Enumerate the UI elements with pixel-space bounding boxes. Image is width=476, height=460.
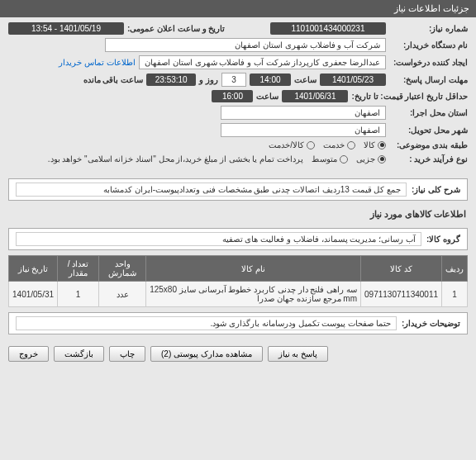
category-radio-group: کالا خدمت کالا/خدمت: [269, 140, 386, 149]
cell-date: 1401/05/31: [9, 282, 58, 307]
summary-section: شرح کلی نیاز: جمع کل قیمت 13ردیف اتصالات…: [8, 178, 468, 201]
th-code: کد کالا: [361, 256, 442, 282]
radio-both[interactable]: کالا/خدمت: [269, 140, 315, 149]
radio-service-label: خدمت: [323, 140, 345, 149]
buyer-value: شرکت آب و فاضلاب شهری استان اصفهان: [105, 38, 386, 52]
need-no-label: شماره نیاز:: [389, 24, 468, 33]
goods-group-value: آب رسانی؛ مدیریت پسماند، فاضلاب و فعالیت…: [16, 232, 421, 246]
radio-service[interactable]: خدمت: [323, 140, 355, 149]
header-title: جزئیات اطلاعات نیاز: [394, 3, 469, 13]
radio-partial-label: جزیی: [356, 154, 375, 164]
radio-medium[interactable]: متوسط: [312, 154, 348, 164]
table-header-row: ردیف کد کالا نام کالا واحد شمارش تعداد /…: [9, 256, 468, 282]
buyer-notes-label: توضیحات خریدار:: [402, 319, 460, 328]
radio-partial[interactable]: جزیی: [356, 154, 386, 164]
category-label: طبقه بندی موضوعی:: [389, 140, 468, 149]
back-button[interactable]: بازگشت: [54, 346, 104, 362]
deadline-time: 14:00: [250, 74, 291, 86]
remain-suffix: ساعت باقی مانده: [83, 75, 144, 84]
radio-goods-label: کالا: [364, 140, 375, 149]
goods-section-title: اطلاعات کالاهای مورد نیاز: [0, 206, 476, 223]
validity-time: 16:00: [212, 90, 253, 102]
print-button[interactable]: چاپ: [109, 346, 145, 362]
buyer-label: نام دستگاه خریدار:: [389, 40, 468, 50]
goods-group-label: گروه کالا:: [426, 235, 460, 244]
form-area: شماره نیاز: 1101001434000231 تاریخ و ساع…: [0, 17, 476, 173]
radio-dot-icon: [378, 141, 386, 149]
announce-value: 1401/05/19 - 13:54: [8, 22, 124, 35]
attachments-button[interactable]: مشاهده مدارک پیوستی (2): [150, 346, 263, 362]
cell-name: سه راهی فلنج دار چدنی کاربرد خطوط آبرسان…: [146, 282, 361, 307]
hour-label-2: ساعت: [256, 92, 278, 101]
remain-time: 23:53:10: [146, 74, 196, 86]
cell-unit: عدد: [99, 282, 146, 307]
goods-table: ردیف کد کالا نام کالا واحد شمارش تعداد /…: [8, 255, 468, 307]
validity-date: 1401/06/31: [282, 90, 348, 102]
th-unit: واحد شمارش: [99, 256, 146, 282]
goods-group-section: گروه کالا: آب رسانی؛ مدیریت پسماند، فاضل…: [8, 228, 468, 250]
hour-label-1: ساعت: [294, 75, 317, 84]
buy-note: پرداخت تمام یا بخشی از مبلغ خرید،از محل …: [43, 153, 308, 165]
summary-label: شرح کلی نیاز:: [412, 185, 460, 194]
table-row[interactable]: 1 0971130711340011 سه راهی فلنج دار چدنی…: [9, 282, 468, 307]
validity-label: حداقل تاریخ اعتبار قیمت: تا تاریخ:: [351, 92, 468, 101]
contact-link[interactable]: اطلاعات تماس خریدار: [59, 58, 136, 67]
radio-dot-icon: [307, 141, 315, 149]
radio-dot-icon: [347, 141, 355, 149]
buy-type-label: نوع فرآیند خرید :: [389, 154, 468, 164]
radio-both-label: کالا/خدمت: [269, 140, 304, 149]
buyer-notes-section: توضیحات خریدار: حتما صفحات پیوست تکمیل و…: [8, 312, 468, 334]
need-no-value: 1101001434000231: [270, 22, 386, 35]
days-remain: 3: [221, 73, 246, 87]
requester-value: عبدالرضا جعفری کارپرداز شرکت آب و فاضلاب…: [139, 55, 386, 69]
deliv-loc-value: اصفهان: [221, 123, 386, 137]
cell-code: 0971130711340011: [361, 282, 442, 307]
requester-label: ایجاد کننده درخواست:: [389, 58, 468, 67]
announce-label: تاریخ و ساعت اعلان عمومی:: [127, 24, 225, 33]
summary-value: جمع کل قیمت 13ردیف اتصالات چدنی طبق مشخص…: [16, 183, 407, 197]
button-bar: پاسخ به نیاز مشاهده مدارک پیوستی (2) چاپ…: [0, 339, 476, 368]
th-qty: تعداد / مقدار: [58, 256, 99, 282]
radio-dot-icon: [378, 155, 386, 164]
exit-button[interactable]: خروج: [8, 346, 49, 362]
deadline-label: مهلت ارسال پاسخ:: [389, 75, 468, 84]
exec-loc-label: استان محل اجرا:: [389, 108, 468, 117]
header-bar: جزئیات اطلاعات نیاز: [0, 0, 476, 17]
deadline-date: 1401/05/23: [320, 74, 386, 86]
radio-medium-label: متوسط: [312, 154, 337, 164]
radio-goods[interactable]: کالا: [364, 140, 386, 149]
reply-button[interactable]: پاسخ به نیاز: [268, 346, 329, 362]
cell-row: 1: [442, 282, 468, 307]
th-row: ردیف: [442, 256, 468, 282]
buy-type-radio-group: جزیی متوسط: [312, 154, 386, 164]
th-name: نام کالا: [146, 256, 361, 282]
exec-loc-value: اصفهان: [221, 106, 386, 120]
cell-qty: 1: [58, 282, 99, 307]
buyer-notes-value: حتما صفحات پیوست تکمیل ودرسامانه بارگذار…: [16, 316, 397, 330]
radio-dot-icon: [340, 155, 348, 164]
deliv-loc-label: شهر محل تحویل:: [389, 126, 468, 135]
th-date: تاریخ نیاز: [9, 256, 58, 282]
day-label: روز و: [199, 75, 218, 84]
